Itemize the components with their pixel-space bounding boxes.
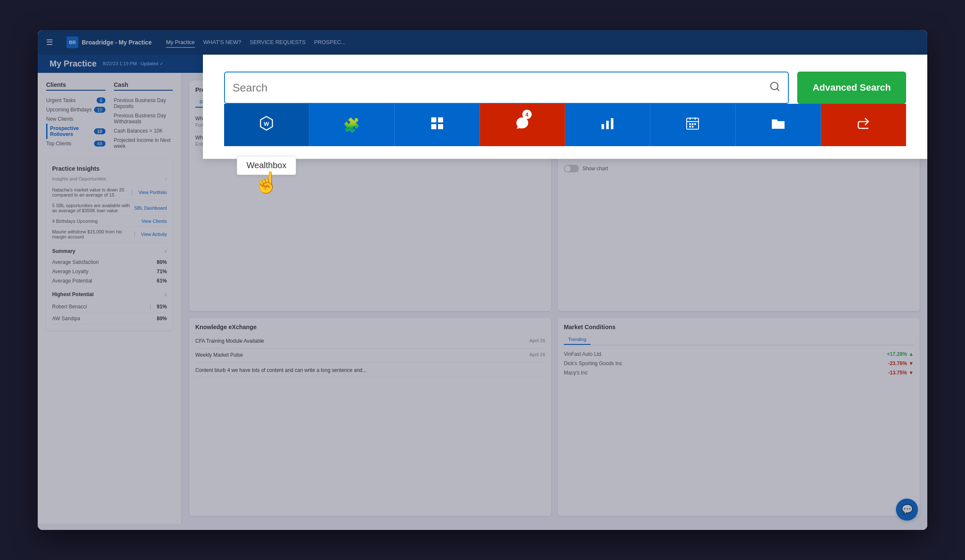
svg-text:W: W — [264, 121, 269, 127]
browser-window: ☰ BR Broadridge - My Practice My Practic… — [38, 30, 927, 530]
chart-icon — [601, 116, 614, 133]
cursor-hand: ☝ — [254, 172, 279, 193]
svg-rect-9 — [606, 121, 609, 129]
svg-rect-8 — [602, 124, 604, 129]
search-overlay: Advanced Search W ☝ Wealthbox — [203, 55, 927, 159]
puzzle-icon: 🧩 — [343, 117, 360, 133]
icon-bar-folder[interactable] — [736, 104, 821, 146]
svg-rect-4 — [431, 117, 436, 122]
svg-rect-15 — [689, 123, 691, 125]
icon-bar: W ☝ Wealthbox 🧩 — [224, 104, 906, 146]
icon-bar-share[interactable] — [821, 104, 906, 146]
svg-rect-5 — [438, 117, 443, 122]
svg-line-1 — [777, 89, 779, 91]
icon-bar-chat[interactable]: 4 — [480, 104, 565, 146]
icon-bar-calendar[interactable] — [650, 104, 735, 146]
icon-bar-chart[interactable] — [565, 104, 650, 146]
svg-rect-17 — [694, 123, 696, 125]
wealthbox-icon: W — [258, 115, 275, 136]
svg-rect-19 — [692, 126, 693, 128]
svg-rect-6 — [431, 124, 436, 129]
chat-badge: 4 — [522, 110, 532, 119]
svg-rect-18 — [689, 126, 691, 128]
calendar-icon — [686, 116, 699, 133]
share-icon — [857, 116, 870, 133]
grid-icon — [430, 116, 444, 133]
svg-rect-7 — [438, 124, 443, 129]
folder-icon — [771, 117, 785, 133]
icon-bar-puzzle[interactable]: 🧩 — [309, 104, 394, 146]
svg-rect-16 — [692, 123, 693, 125]
search-icon-button[interactable] — [769, 81, 780, 94]
search-row: Advanced Search — [224, 72, 906, 104]
advanced-search-button[interactable]: Advanced Search — [797, 72, 906, 104]
search-input[interactable] — [233, 81, 769, 94]
svg-rect-10 — [611, 118, 613, 129]
search-input-wrap — [224, 72, 789, 104]
icon-bar-grid[interactable] — [395, 104, 480, 146]
icon-bar-wealthbox[interactable]: W ☝ Wealthbox — [224, 104, 309, 146]
